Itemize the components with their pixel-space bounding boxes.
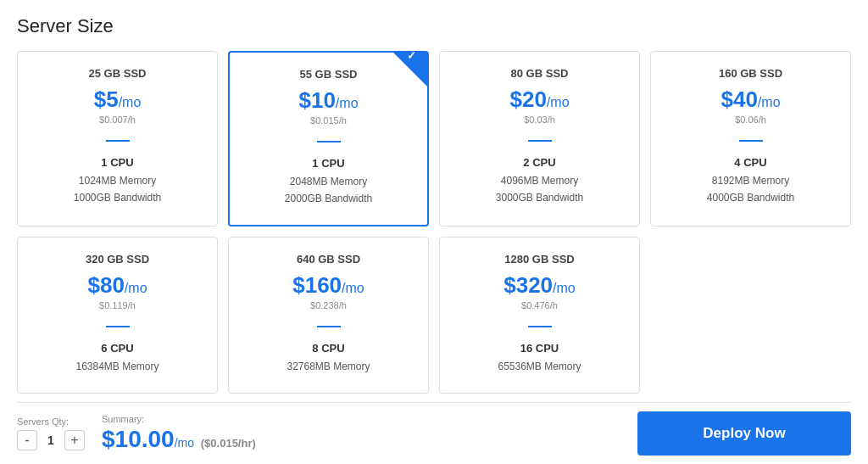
plan-bandwidth: 2000GB Bandwidth [285,190,372,207]
deploy-now-button[interactable]: Deploy Now [637,411,851,456]
plan-bandwidth: 4000GB Bandwidth [707,189,794,206]
plan-divider [528,140,552,142]
plan-specs: 1 CPU1024MB Memory1000GB Bandwidth [74,154,161,207]
plan-cpu: 6 CPU [75,339,159,358]
summary-price-value: $10.00 [102,426,175,452]
plan-hourly: $0.007/h [99,115,136,125]
plan-divider [106,326,130,327]
plan-memory: 16384MB Memory [75,358,159,375]
plan-hourly: $0.476/h [521,300,558,310]
plan-price: $40/mo [721,87,780,113]
plan-storage: 55 GB SSD [300,68,358,81]
plan-card-plan-25[interactable]: 25 GB SSD$5/mo$0.007/h1 CPU1024MB Memory… [17,51,218,226]
plan-specs: 8 CPU32768MB Memory [287,339,370,375]
plan-specs: 4 CPU8192MB Memory4000GB Bandwidth [707,154,794,207]
plan-cpu: 16 CPU [498,339,581,358]
plan-memory: 65536MB Memory [498,358,581,375]
summary-hourly: ($0.015/hr) [201,437,256,450]
plan-memory: 8192MB Memory [707,172,794,189]
plan-cpu: 8 CPU [287,339,370,358]
plan-divider [317,326,341,327]
qty-plus-button[interactable]: + [64,430,85,450]
plan-hourly: $0.238/h [310,300,347,310]
plan-card-plan-160[interactable]: 160 GB SSD$40/mo$0.06/h4 CPU8192MB Memor… [650,51,851,226]
plan-divider [106,140,130,142]
plan-bandwidth: 1000GB Bandwidth [74,189,161,206]
plan-storage: 80 GB SSD [511,67,569,80]
plan-card-plan-1280[interactable]: 1280 GB SSD$320/mo$0.476/h16 CPU65536MB … [439,237,640,394]
plan-specs: 1 CPU2048MB Memory2000GB Bandwidth [285,154,372,208]
plan-storage: 640 GB SSD [297,253,360,266]
plan-specs: 16 CPU65536MB Memory [498,339,581,375]
plan-price: $320/mo [504,272,576,299]
plan-card-plan-80[interactable]: 80 GB SSD$20/mo$0.03/h2 CPU4096MB Memory… [439,51,640,226]
plan-memory: 4096MB Memory [496,172,583,189]
plan-memory: 1024MB Memory [74,172,161,189]
plan-divider [739,140,763,142]
plan-memory: 32768MB Memory [287,358,370,375]
plan-price: $5/mo [94,87,142,113]
plan-price: $160/mo [292,272,364,299]
plan-storage: 320 GB SSD [86,253,149,266]
plan-memory: 2048MB Memory [285,173,372,190]
plan-card-plan-320[interactable]: 320 GB SSD$80/mo$0.119/h6 CPU16384MB Mem… [17,237,218,394]
summary-period: /mo [175,436,194,450]
plan-price: $10/mo [298,87,358,114]
footer-bar: Servers Qty: - 1 + Summary: $10.00/mo ($… [17,402,851,464]
page-container: Server Size 25 GB SSD$5/mo$0.007/h1 CPU1… [0,0,868,464]
plan-price: $80/mo [87,272,147,299]
plan-cpu: 4 CPU [707,154,794,172]
plan-storage: 25 GB SSD [89,67,147,80]
plans-grid: 25 GB SSD$5/mo$0.007/h1 CPU1024MB Memory… [17,51,851,394]
plan-price: $20/mo [509,87,569,113]
plan-cpu: 1 CPU [285,154,372,173]
qty-section: Servers Qty: - 1 + [17,416,85,450]
plan-divider [528,326,552,327]
summary-price: $10.00/mo ($0.015/hr) [102,426,256,452]
plan-storage: 1280 GB SSD [504,253,574,266]
summary-price-row: $10.00/mo ($0.015/hr) [102,426,256,453]
qty-minus-button[interactable]: - [17,430,37,450]
qty-value: 1 [44,433,58,447]
plan-storage: 160 GB SSD [719,67,782,80]
plan-divider [317,141,341,143]
plan-card-plan-640[interactable]: 640 GB SSD$160/mo$0.238/h8 CPU32768MB Me… [228,237,429,394]
plan-specs: 6 CPU16384MB Memory [75,339,159,375]
selected-checkmark [393,53,427,87]
plan-specs: 2 CPU4096MB Memory3000GB Bandwidth [496,154,583,207]
page-title: Server Size [17,15,851,37]
qty-label: Servers Qty: [17,416,85,427]
qty-controls: - 1 + [17,430,85,450]
plan-cpu: 2 CPU [496,154,583,172]
plan-bandwidth: 3000GB Bandwidth [496,189,583,206]
plan-hourly: $0.03/h [524,115,555,125]
summary-section: Summary: $10.00/mo ($0.015/hr) [102,414,256,453]
plan-hourly: $0.06/h [735,115,766,125]
summary-label: Summary: [102,414,256,424]
plan-card-plan-55[interactable]: 55 GB SSD$10/mo$0.015/h1 CPU2048MB Memor… [228,51,429,226]
plan-cpu: 1 CPU [74,154,161,172]
plan-hourly: $0.015/h [310,115,347,126]
plan-hourly: $0.119/h [99,300,136,310]
